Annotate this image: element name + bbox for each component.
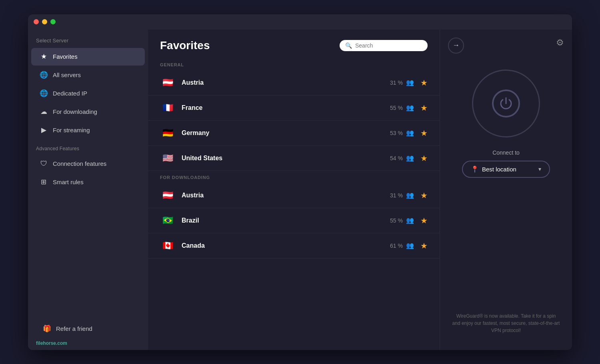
star-us[interactable]: ★ bbox=[420, 153, 428, 163]
filehorse-badge: filehorse.com bbox=[36, 340, 67, 346]
select-server-label: Select Server bbox=[28, 38, 148, 48]
power-icon bbox=[492, 90, 520, 117]
section-downloading: FOR DOWNLOADING bbox=[148, 171, 440, 183]
connect-to-label: Connect to bbox=[492, 149, 520, 156]
star-brazil[interactable]: ★ bbox=[420, 216, 428, 225]
sidebar-item-favorites-label: Favorites bbox=[53, 53, 78, 60]
star-austria-2[interactable]: ★ bbox=[420, 191, 428, 200]
server-list-header: Favorites 🔍 bbox=[148, 30, 440, 58]
maximize-button[interactable] bbox=[50, 19, 56, 24]
server-load-us: 54 % bbox=[379, 155, 403, 161]
star-canada[interactable]: ★ bbox=[420, 241, 428, 251]
sidebar-item-favorites[interactable]: ★ Favorites bbox=[31, 48, 145, 66]
users-icon-brazil: 👥 bbox=[406, 217, 414, 224]
server-load-austria: 31 % bbox=[379, 80, 403, 86]
star-austria[interactable]: ★ bbox=[420, 78, 428, 88]
table-row[interactable]: 🇺🇸 United States 54 % 👥 ★ bbox=[148, 146, 440, 171]
sidebar-item-streaming-label: For streaming bbox=[53, 127, 90, 133]
server-name-austria-2: Austria bbox=[182, 192, 379, 199]
sidebar: Select Server ★ Favorites 🌐 All servers … bbox=[28, 30, 148, 350]
sidebar-item-all-servers[interactable]: 🌐 All servers bbox=[31, 66, 145, 84]
location-selector[interactable]: 📍 Best location ▾ bbox=[462, 161, 550, 178]
server-name-us: United States bbox=[182, 155, 379, 162]
server-load-austria-2: 31 % bbox=[379, 192, 403, 199]
star-icon: ★ bbox=[39, 52, 48, 61]
dedicated-icon: 🌐 bbox=[39, 89, 48, 98]
sidebar-item-connection-label: Connection features bbox=[53, 160, 106, 167]
table-row[interactable]: 🇦🇹 Austria 31 % 👥 ★ bbox=[148, 70, 440, 95]
sidebar-item-for-downloading[interactable]: ☁ For downloading bbox=[31, 103, 145, 121]
best-location-label: Best location bbox=[482, 166, 516, 173]
minimize-button[interactable] bbox=[42, 19, 47, 24]
gear-icon: ⚙ bbox=[556, 38, 564, 48]
users-icon-germany: 👥 bbox=[406, 129, 414, 137]
filehorse-brand: filehorse bbox=[36, 340, 56, 346]
download-icon: ☁ bbox=[39, 107, 48, 116]
flag-france: 🇫🇷 bbox=[160, 100, 175, 115]
titlebar bbox=[28, 14, 572, 30]
arrow-right-icon: → bbox=[452, 41, 460, 50]
users-icon-us: 👥 bbox=[406, 154, 414, 162]
users-icon-austria: 👥 bbox=[406, 79, 414, 86]
users-icon-france: 👥 bbox=[406, 104, 414, 111]
sidebar-item-dedicated-ip[interactable]: 🌐 Dedicated IP bbox=[31, 85, 145, 102]
close-button[interactable] bbox=[34, 19, 39, 24]
server-list: Favorites 🔍 GENERAL 🇦🇹 Austria 31 % 👥 ★ … bbox=[148, 30, 440, 350]
wireguard-notice: WireGuard® is now available. Take it for… bbox=[448, 312, 564, 334]
server-load-germany: 53 % bbox=[379, 130, 403, 136]
sidebar-item-connection-features[interactable]: 🛡 Connection features bbox=[31, 155, 145, 173]
sidebar-item-refer-friend[interactable]: 🎁 Refer a friend bbox=[34, 320, 142, 338]
server-load-brazil: 55 % bbox=[379, 217, 403, 224]
gift-icon: 🎁 bbox=[42, 324, 51, 333]
server-load-canada: 61 % bbox=[379, 243, 403, 249]
app-window: Select Server ★ Favorites 🌐 All servers … bbox=[28, 14, 572, 350]
table-row[interactable]: 🇧🇷 Brazil 55 % 👥 ★ bbox=[148, 208, 440, 233]
advanced-features-label: Advanced Features bbox=[28, 139, 148, 155]
search-input[interactable] bbox=[355, 42, 422, 49]
sidebar-item-downloading-label: For downloading bbox=[53, 108, 97, 115]
nav-forward-button[interactable]: → bbox=[448, 38, 464, 54]
chevron-down-icon: ▾ bbox=[538, 166, 541, 172]
flag-austria: 🇦🇹 bbox=[160, 75, 175, 90]
sidebar-item-smart-rules-label: Smart rules bbox=[53, 179, 84, 185]
main-content: Select Server ★ Favorites 🌐 All servers … bbox=[28, 30, 572, 350]
right-panel: → ⚙ Connect to 📍 Best location bbox=[440, 30, 572, 350]
power-button[interactable] bbox=[472, 70, 540, 137]
streaming-icon: ▶ bbox=[39, 126, 48, 135]
sidebar-item-all-servers-label: All servers bbox=[53, 72, 81, 78]
section-general: GENERAL bbox=[148, 58, 440, 70]
table-row[interactable]: 🇦🇹 Austria 31 % 👥 ★ bbox=[148, 183, 440, 208]
server-name-france: France bbox=[182, 104, 379, 111]
sidebar-bottom: 🎁 Refer a friend bbox=[28, 316, 148, 342]
server-name-canada: Canada bbox=[182, 242, 379, 249]
server-name-brazil: Brazil bbox=[182, 217, 379, 224]
star-france[interactable]: ★ bbox=[420, 103, 428, 113]
traffic-lights bbox=[34, 19, 56, 24]
sidebar-item-dedicated-label: Dedicated IP bbox=[53, 90, 87, 97]
table-row[interactable]: 🇫🇷 France 55 % 👥 ★ bbox=[148, 95, 440, 121]
server-name-germany: Germany bbox=[182, 129, 379, 137]
grid-icon: ⊞ bbox=[39, 178, 48, 187]
search-icon: 🔍 bbox=[345, 42, 352, 49]
users-icon-austria-2: 👥 bbox=[406, 191, 414, 199]
search-box[interactable]: 🔍 bbox=[340, 40, 428, 51]
right-panel-top: → ⚙ bbox=[448, 38, 564, 54]
sidebar-item-for-streaming[interactable]: ▶ For streaming bbox=[31, 121, 145, 139]
table-row[interactable]: 🇩🇪 Germany 53 % 👥 ★ bbox=[148, 121, 440, 146]
sidebar-item-smart-rules[interactable]: ⊞ Smart rules bbox=[31, 173, 145, 191]
star-germany[interactable]: ★ bbox=[420, 128, 428, 138]
table-row[interactable]: 🇨🇦 Canada 61 % 👥 ★ bbox=[148, 233, 440, 259]
server-list-title: Favorites bbox=[160, 39, 210, 52]
settings-button[interactable]: ⚙ bbox=[556, 38, 564, 48]
globe-icon: 🌐 bbox=[39, 71, 48, 80]
location-pin-icon: 📍 bbox=[471, 165, 479, 173]
server-name-austria: Austria bbox=[182, 79, 379, 86]
flag-canada: 🇨🇦 bbox=[160, 238, 175, 253]
filehorse-tld: .com bbox=[56, 340, 67, 346]
flag-austria-2: 🇦🇹 bbox=[160, 188, 175, 203]
flag-brazil: 🇧🇷 bbox=[160, 213, 175, 228]
sidebar-item-refer-label: Refer a friend bbox=[56, 325, 92, 332]
server-load-france: 55 % bbox=[379, 105, 403, 111]
location-selector-inner: 📍 Best location bbox=[471, 165, 516, 173]
flag-us: 🇺🇸 bbox=[160, 151, 175, 166]
